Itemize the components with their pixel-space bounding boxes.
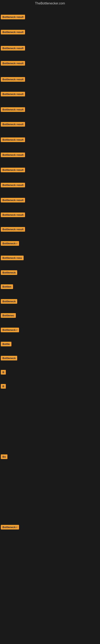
bottleneck-badge: Bottleneck result [1,138,25,142]
bottleneck-item: Bottleneck result [1,92,25,97]
bottleneck-badge: B [1,370,6,374]
bottleneck-badge: Bottleneck result [1,46,25,50]
bottleneck-badge: Bottleneck [1,356,17,360]
bottleneck-badge: Bottlen [1,284,13,289]
bottleneck-item: Bottlen [1,284,13,290]
bottleneck-badge: Bo [1,454,7,459]
bottleneck-item: Bottleneck result [1,107,25,113]
bottleneck-badge: Bottleneck result [1,152,25,157]
bottleneck-item: Bottleneck result [1,46,25,51]
bottleneck-badge: Bottleneck result [1,15,25,19]
bottleneck-item: Bottleneck result [1,61,25,66]
bottleneck-item: Bottleneck result [1,138,25,143]
bottleneck-badge: Bottleneck result [1,61,25,66]
bottleneck-item: Bottle [1,342,11,347]
bottleneck-badge: Bottleneck r [1,525,19,530]
bottleneck-badge: Bottleneck result [1,30,25,34]
bottleneck-badge: Bottleneck result [1,92,25,96]
bottleneck-badge: Bottleneck result [1,212,25,217]
bottleneck-badge: Bottleneck resu [1,256,24,260]
bottleneck-badge: Bottleneck r [1,241,19,246]
bottleneck-badge: Bottleneck r [1,328,19,332]
bottleneck-item: Bottleneck r [1,525,19,530]
bottleneck-badge: Bottleneck result [1,168,25,172]
bottleneck-item: Bo [1,454,7,460]
bottleneck-item: B [1,370,6,375]
bottleneck-badge: B [1,384,6,388]
bottleneck-item: Bottleneck result [1,198,25,203]
bottleneck-item: Bottleneck result [1,168,25,173]
bottleneck-item: Bottleneck result [1,30,25,35]
bottleneck-item: Bottleneck result [1,212,25,218]
bottleneck-item: B [1,384,6,390]
bottleneck-item: Bottleneck result [1,15,25,20]
bottleneck-badge: Bottleneck [1,299,17,304]
bottleneck-item: Bottleneck r [1,328,19,333]
bottleneck-badge: Bottleneck result [1,198,25,202]
bottleneck-badge: Bottleneck result [1,107,25,112]
bottleneck-item: Bottleneck result [1,77,25,82]
bottleneck-badge: Bottleneck result [1,227,25,232]
bottleneck-item: Bottleneck [1,356,17,361]
bottleneck-badge: Bottleneck result [1,183,25,187]
bottleneck-item: Bottlenec [1,313,16,318]
bottleneck-badge: Bottlenec [1,313,16,318]
bottleneck-item: Bottleneck [1,299,17,304]
bottleneck-badge: Bottleneck result [1,122,25,126]
bottleneck-item: Bottleneck r [1,241,19,246]
bottleneck-item: Bottleneck result [1,183,25,188]
bottleneck-item: Bottleneck result [1,122,25,128]
bottleneck-badge: Bottle [1,342,11,346]
bottleneck-item: Bottleneck result [1,152,25,158]
bottleneck-item: Bottleneck [1,270,17,276]
bottleneck-badge: Bottleneck result [1,77,25,82]
site-title: TheBottlenecker.com [0,0,100,8]
bottleneck-badge: Bottleneck [1,270,17,275]
bottleneck-item: Bottleneck resu [1,256,24,261]
bottleneck-item: Bottleneck result [1,227,25,232]
